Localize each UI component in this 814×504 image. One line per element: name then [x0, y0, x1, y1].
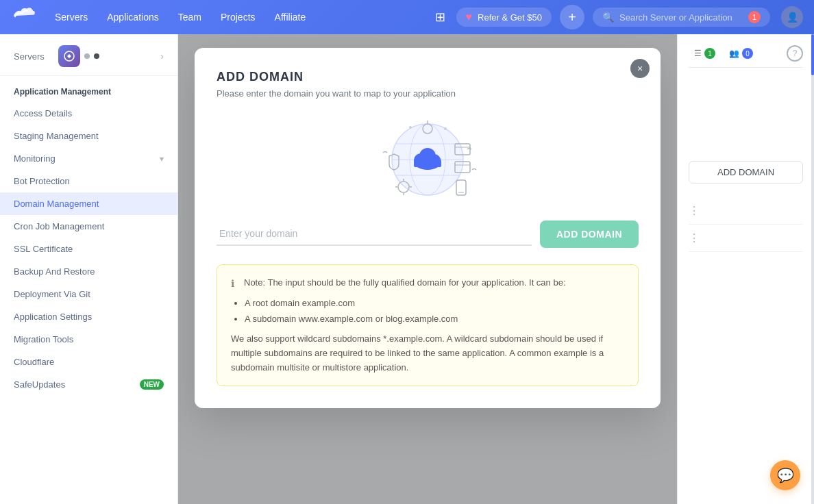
right-panel-item-1: ⋮ — [689, 197, 803, 225]
modal-illustration — [217, 115, 639, 204]
modal-overlay[interactable]: × ADD DOMAIN Please enter the domain you… — [178, 34, 677, 504]
help-icon[interactable]: ? — [787, 45, 803, 62]
right-panel-tabs: ☰ 1 👥 0 ? — [689, 45, 803, 68]
svg-rect-10 — [414, 162, 441, 167]
chat-bubble[interactable]: 💬 — [770, 460, 800, 490]
sidebar-item-staging-management[interactable]: Staging Management — [0, 125, 177, 147]
sidebar-item-backup-and-restore[interactable]: Backup And Restore — [0, 260, 177, 283]
sidebar-expand-icon[interactable]: › — [160, 51, 164, 62]
sidebar-item-cron-job-management[interactable]: Cron Job Management — [0, 215, 177, 238]
servers-label: Servers — [14, 51, 45, 62]
info-icon: ℹ — [231, 276, 234, 291]
sidebar-item-deployment-via-git[interactable]: Deployment Via Git — [0, 283, 177, 305]
right-tab-users[interactable]: 👥 0 — [724, 45, 758, 62]
sidebar-item-domain-management[interactable]: Domain Management — [0, 192, 177, 215]
sidebar-item-bot-protection[interactable]: Bot Protection — [0, 170, 177, 192]
sidebar-section-title: Application Management — [0, 76, 177, 102]
note-box: ℹ Note: The input should be the fully qu… — [217, 264, 639, 386]
nav-applications[interactable]: Applications — [99, 8, 167, 27]
refer-label: Refer & Get $50 — [478, 12, 542, 23]
sidebar-item-cloudflare[interactable]: Cloudflare — [0, 351, 177, 373]
status-dot-1 — [84, 53, 90, 59]
right-panel-item-2: ⋮ — [689, 225, 803, 252]
add-button[interactable]: + — [560, 5, 584, 29]
dots-menu-2[interactable]: ⋮ — [689, 231, 700, 244]
users-icon: 👥 — [729, 49, 739, 58]
users-badge: 0 — [742, 48, 753, 59]
notification-badge[interactable]: 1 — [748, 11, 761, 23]
modal-title: ADD DOMAIN — [217, 70, 639, 84]
nav-affiliate[interactable]: Affiliate — [267, 8, 314, 27]
server-icon[interactable] — [58, 45, 80, 67]
sidebar-item-ssl-certificate[interactable]: SSL Certificate — [0, 238, 177, 260]
new-badge: NEW — [140, 379, 164, 390]
domain-input-row: ADD DOMAIN — [217, 220, 639, 248]
sidebar-item-monitoring[interactable]: Monitoring ▾ — [0, 147, 177, 170]
svg-rect-15 — [456, 180, 466, 195]
nav-projects[interactable]: Projects — [212, 8, 264, 27]
main-layout: Servers › Application Management Access … — [0, 34, 814, 504]
files-icon: ☰ — [694, 49, 702, 58]
note-list: A root domain example.com A subdomain ww… — [245, 297, 624, 327]
files-badge: 1 — [704, 48, 715, 59]
note-extra-text: We also support wildcard subdomains *.ex… — [231, 332, 624, 375]
refer-button[interactable]: ♥ Refer & Get $50 — [456, 8, 552, 27]
modal-close-button[interactable]: × — [630, 59, 650, 78]
grid-icon[interactable]: ⊞ — [435, 10, 445, 25]
add-domain-panel-button[interactable]: ADD DOMAIN — [689, 161, 803, 184]
note-header-text: Note: The input should be the fully qual… — [244, 276, 566, 290]
add-domain-submit-button[interactable]: ADD DOMAIN — [540, 220, 639, 248]
svg-point-20 — [444, 127, 447, 130]
sidebar-item-access-details[interactable]: Access Details — [0, 102, 177, 125]
note-item-1: A root domain example.com — [245, 297, 624, 311]
right-tab-files[interactable]: ☰ 1 — [689, 45, 721, 62]
search-input[interactable] — [619, 12, 743, 23]
top-navigation: Servers Applications Team Projects Affil… — [0, 0, 814, 34]
domain-input[interactable] — [217, 223, 532, 246]
user-avatar[interactable]: 👤 — [781, 6, 803, 28]
nav-servers[interactable]: Servers — [47, 8, 96, 27]
scrollbar-thumb — [811, 34, 814, 75]
nav-team[interactable]: Team — [170, 8, 210, 27]
svg-point-19 — [409, 126, 412, 129]
add-domain-modal: × ADD DOMAIN Please enter the domain you… — [195, 48, 661, 408]
dots-menu-1[interactable]: ⋮ — [689, 204, 700, 217]
right-panel: ☰ 1 👥 0 ? ADD DOMAIN ⋮ ⋮ — [677, 34, 814, 504]
search-icon: 🔍 — [602, 12, 614, 23]
sidebar-item-migration-tools[interactable]: Migration Tools — [0, 328, 177, 351]
search-bar: 🔍 1 — [593, 8, 770, 27]
sidebar-item-safeupdates[interactable]: SafeUpdates NEW — [0, 373, 177, 396]
sidebar: Servers › Application Management Access … — [0, 34, 178, 504]
heart-icon: ♥ — [466, 11, 473, 23]
note-item-2: A subdomain www.example.com or blog.exam… — [245, 312, 624, 327]
status-dot-2 — [94, 53, 99, 59]
content-area: × ADD DOMAIN Please enter the domain you… — [178, 34, 677, 504]
sidebar-item-application-settings[interactable]: Application Settings — [0, 305, 177, 328]
modal-subtitle: Please enter the domain you want to map … — [217, 88, 639, 99]
nav-links: Servers Applications Team Projects Affil… — [47, 8, 314, 27]
chevron-down-icon: ▾ — [160, 154, 164, 164]
right-panel-items: ⋮ ⋮ — [689, 197, 803, 252]
logo[interactable] — [11, 5, 36, 29]
scrollbar-track[interactable] — [811, 34, 814, 504]
avatar-icon: 👤 — [787, 12, 798, 23]
sidebar-header: Servers › — [0, 34, 177, 76]
chat-icon: 💬 — [777, 467, 794, 483]
